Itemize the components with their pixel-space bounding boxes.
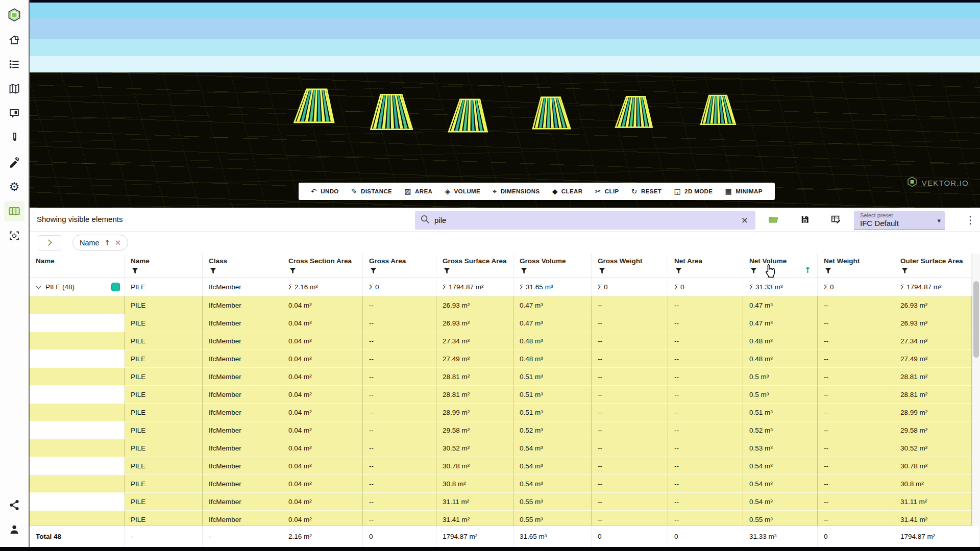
cell[interactable]: IfcMember [203,386,282,404]
cell[interactable]: PILE [125,332,203,350]
sort-chip-name[interactable]: Name ↑ ✕ [72,235,128,251]
load-preset-button[interactable] [763,211,783,230]
cell[interactable]: 0.52 m³ [743,421,818,439]
cell[interactable]: 26.93 m² [436,296,513,314]
cell[interactable]: 27.49 m² [436,350,513,368]
cell[interactable]: -- [363,457,436,475]
column-header-net-area-8[interactable]: Net Area [668,254,743,278]
cell[interactable]: 0.55 m³ [513,493,592,511]
column-header-gross-area-4[interactable]: Gross Area [363,254,436,278]
cell[interactable]: -- [363,368,436,386]
cell[interactable]: IfcMember [203,493,282,511]
scrollbar-thumb[interactable] [973,281,979,358]
cell[interactable]: -- [818,386,894,404]
cell[interactable]: 0.04 m² [282,296,363,314]
cell[interactable]: -- [818,439,894,457]
cell[interactable]: -- [818,314,894,332]
table-row-2[interactable]: PILEIfcMember0.04 m²--26.93 m²0.47 m³---… [30,314,972,332]
table-row-1[interactable]: PILEIfcMember0.04 m²--26.93 m²0.47 m³---… [30,296,972,314]
cell[interactable]: -- [592,404,668,421]
cell[interactable]: 0.48 m³ [513,332,592,350]
column-header-name-1[interactable]: Name [125,254,203,278]
sidebar-item-tools[interactable] [4,152,24,172]
group-cell[interactable]: Σ 1794.87 m² [436,278,513,296]
column-header-gross-surface-area-5[interactable]: Gross Surface Area [436,254,513,278]
cell[interactable]: -- [363,296,436,314]
cell[interactable]: IfcMember [203,404,282,421]
cell[interactable]: -- [818,332,894,350]
table-row-11[interactable]: PILEIfcMember0.04 m²--30.8 m²0.54 m³----… [30,475,972,493]
toolbar-button-volume[interactable]: ◈ VOLUME [445,187,480,195]
expand-groups-button[interactable] [38,235,61,251]
cell[interactable]: -- [668,386,743,404]
cell[interactable]: 0.47 m³ [513,296,592,314]
vertical-scrollbar[interactable] [972,254,980,526]
sidebar-item-tests[interactable] [4,128,24,148]
cell[interactable]: IfcMember [203,439,282,457]
cell[interactable]: -- [668,332,743,350]
cell[interactable]: 0.04 m² [282,439,363,457]
cell[interactable]: -- [592,475,668,493]
cell[interactable]: 0.47 m³ [743,314,818,332]
cell[interactable]: IfcMember [203,296,282,314]
chevron-down-icon[interactable] [36,284,41,289]
filter-funnel-icon[interactable] [674,267,743,274]
cell[interactable]: 0.53 m³ [743,439,818,457]
cell[interactable]: 0.54 m³ [743,475,818,493]
table-row-6[interactable]: PILEIfcMember0.04 m²--28.81 m²0.51 m³---… [30,386,972,404]
cell[interactable]: 0.5 m³ [743,368,818,386]
column-header-gross-weight-7[interactable]: Gross Weight [592,254,668,278]
toolbar-button-minimap[interactable]: ▦ MINIMAP [725,187,762,195]
cell[interactable]: -- [363,350,436,368]
filter-funnel-icon[interactable] [369,267,436,274]
cell[interactable]: -- [363,314,436,332]
sidebar-item-app-logo[interactable] [4,5,24,26]
table-row-10[interactable]: PILEIfcMember0.04 m²--30.78 m²0.54 m³---… [30,457,972,475]
cell[interactable]: -- [668,314,743,332]
cell[interactable]: IfcMember [203,350,282,368]
cell[interactable]: IfcMember [203,368,282,386]
column-header-outer-surface-area-11[interactable]: Outer Surface Area [894,254,972,278]
column-header-cross-section-area-3[interactable]: Cross Section Area [282,254,363,278]
cell[interactable]: 30.52 m² [894,439,972,457]
cell-name[interactable] [30,368,125,386]
table-row-4[interactable]: PILEIfcMember0.04 m²--27.49 m²0.48 m³---… [30,350,972,368]
sidebar-item-comments[interactable] [4,103,24,123]
cell-name[interactable] [30,386,125,404]
cell[interactable]: PILE [125,475,203,493]
cell[interactable]: 28.99 m² [894,404,972,421]
more-options-button[interactable]: ⋮ [963,212,978,228]
cell[interactable]: -- [592,511,668,526]
cell[interactable]: 0.04 m² [282,314,363,332]
cell[interactable]: -- [668,368,743,386]
toolbar-button-area[interactable]: ▨ AREA [404,187,432,195]
edit-columns-button[interactable] [826,211,846,230]
cell[interactable]: -- [363,421,436,439]
group-cell[interactable]: Σ 31.33 m³ [743,278,818,296]
cell[interactable]: -- [818,457,894,475]
cell[interactable]: IfcMember [203,457,282,475]
cell[interactable]: 28.81 m² [894,386,972,404]
group-cell[interactable]: IfcMember [203,278,282,296]
cell[interactable]: -- [668,511,743,526]
cell[interactable]: 28.81 m² [436,368,513,386]
cell[interactable]: 0.04 m² [282,493,363,511]
cell[interactable]: -- [668,475,743,493]
cell[interactable]: PILE [125,350,203,368]
group-cell[interactable]: Σ 0 [363,278,436,296]
cell[interactable]: 0.5 m³ [743,386,818,404]
cell[interactable]: IfcMember [203,511,282,526]
cell[interactable]: 0.47 m³ [743,296,818,314]
filter-funnel-icon[interactable] [131,267,202,274]
search-input[interactable] [434,216,734,224]
sidebar-item-list[interactable] [4,54,24,74]
toolbar-button-undo[interactable]: ↶ UNDO [311,187,339,195]
cell[interactable]: PILE [125,511,203,526]
group-row-pile[interactable]: PILE (48) PILEIfcMemberΣ 2.16 m²Σ 0Σ 179… [30,278,972,296]
column-header-net-volume-9[interactable]: Net Volume↑ [743,254,818,278]
cell[interactable]: 0.51 m³ [513,368,592,386]
group-cell[interactable]: Σ 1794.87 m² [894,278,972,296]
cell[interactable]: 27.34 m² [436,332,513,350]
sidebar-item-map[interactable] [4,79,24,99]
cell[interactable]: -- [818,350,894,368]
